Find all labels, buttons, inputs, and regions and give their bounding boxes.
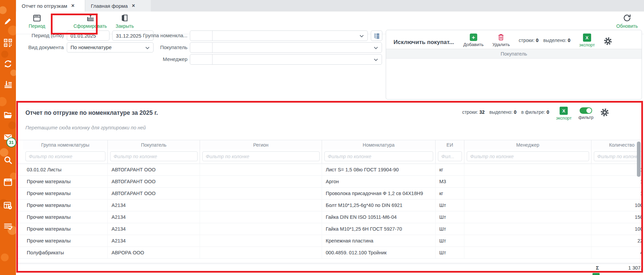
add-button[interactable]: + Добавить <box>463 34 484 47</box>
table-row[interactable]: Прочие материалыАВТОГАРАНТ ОООПроволока … <box>18 187 641 199</box>
vertical-scrollbar[interactable] <box>637 142 641 177</box>
table-row[interactable]: Прочие материалыА2134Болт М10*1,25-6g*40… <box>18 199 641 211</box>
table-row[interactable]: Прочие материалыАВТОГАРАНТ ОООАргонМ31.0 <box>18 175 641 188</box>
report-title: Отчет по отгрузке по номенклатуре за 202… <box>25 109 158 117</box>
cell-buyer: АВТОГАРАНТ ООО <box>108 164 200 175</box>
column-header-unit[interactable]: ЕИ <box>436 140 464 149</box>
pencil-icon[interactable] <box>3 17 13 26</box>
table-row[interactable]: 03.01.02 ЛистыАВТОГАРАНТ ОООЛист S= 1,5 … <box>18 164 641 176</box>
lookup-divider <box>212 43 213 52</box>
cell-region <box>200 175 322 187</box>
column-filter-input-unit[interactable] <box>438 151 462 161</box>
filter-cell <box>436 149 464 164</box>
column-header-group[interactable]: Группа номенклатуры <box>23 140 108 149</box>
schedule-table-icon[interactable] <box>3 201 13 210</box>
filter-toggle[interactable]: фильтр <box>579 107 593 120</box>
cell-unit: Шт <box>436 223 464 235</box>
column-header-buyer[interactable]: Покупатель <box>108 140 200 149</box>
period-range-label: Период (с/по) <box>13 30 64 41</box>
column-header-manager[interactable]: Менеджер <box>464 140 591 149</box>
filter-cell <box>322 149 436 164</box>
chevron-down-icon <box>374 59 378 61</box>
column-filter-input-group[interactable] <box>25 151 105 161</box>
table-row[interactable]: ПолуфабрикатыАВРОРА ООО000.4859. 012.100… <box>18 247 641 259</box>
table-row[interactable]: Прочие материалыА2134Крепежная пластинаШ… <box>18 235 641 247</box>
cell-buyer: А2134 <box>108 211 200 223</box>
calendar-icon[interactable] <box>3 177 13 187</box>
gear-icon <box>604 37 612 45</box>
refresh-icon <box>623 14 631 22</box>
cell-unit: Шт <box>436 235 464 247</box>
cell-unit: кг <box>436 187 464 199</box>
close-form-button[interactable]: Закрыть <box>114 14 136 29</box>
settings-button[interactable] <box>604 37 612 47</box>
group-by-hint: Перетащите сюда колонку для группировки … <box>25 125 146 130</box>
close-form-button-label: Закрыть <box>116 23 134 29</box>
close-icon[interactable]: × <box>132 3 135 8</box>
table-row[interactable]: Прочие материалыА2134Гайка М10*1,25 6Н Г… <box>18 223 641 235</box>
buyer-lookup-field[interactable] <box>190 42 382 53</box>
close-icon[interactable]: × <box>71 3 74 8</box>
column-filter-input-nomenclature[interactable] <box>324 151 433 161</box>
app-root: 31 <box>0 0 644 275</box>
column-filter-input-region[interactable] <box>202 151 320 161</box>
cell-group: 03.01.02 Листы <box>23 164 108 175</box>
cell-manager <box>464 247 591 258</box>
export-button[interactable]: X экспорт <box>556 107 571 121</box>
tab-main-form[interactable]: Главная форма × <box>85 0 151 12</box>
footer-sum-icon-partial <box>592 273 600 275</box>
cell-buyer: А2134 <box>108 199 200 211</box>
column-header-qty[interactable]: Количество <box>591 140 641 149</box>
column-filter-input-qty[interactable] <box>594 151 641 161</box>
exclude-buyers-panel: Исключить покупат... + Добавить Удалить … <box>386 30 642 100</box>
cell-manager <box>464 175 591 187</box>
filter-cell <box>464 149 591 164</box>
tab-report[interactable]: Отчет по отгрузкам × <box>16 0 85 12</box>
delete-button-label: Удалить <box>492 42 510 47</box>
group-lookup-field[interactable] <box>190 30 368 41</box>
period-button-label: Период <box>28 23 45 29</box>
cell-manager <box>464 235 591 247</box>
settings-button[interactable] <box>600 108 609 118</box>
cell-nomenclature: Болт М10*1,25-6g*40 по DIN 6921 <box>322 199 436 211</box>
cell-nomenclature: Лист S= 1,5 08ю ГОСТ 19904-90 <box>322 164 436 175</box>
cell-nomenclature: Аргон <box>322 175 436 187</box>
sync-icon[interactable] <box>3 59 13 68</box>
checklist-icon[interactable] <box>3 222 13 231</box>
cell-region <box>200 223 322 235</box>
manager-lookup-field[interactable] <box>190 54 382 65</box>
rows-count: строки: 32 <box>462 109 484 115</box>
column-filter-input-manager[interactable] <box>467 151 589 161</box>
refresh-button[interactable]: Обновить <box>612 14 642 29</box>
cell-nomenclature: 000.4859. 012.100 Тройник <box>322 247 436 258</box>
export-button[interactable]: X экспорт <box>579 34 595 47</box>
qr-code-icon[interactable] <box>3 38 13 47</box>
filter-toggle-label: фильтр <box>579 115 593 120</box>
tab-bar: Отчет по отгрузкам × Главная форма × <box>16 0 644 12</box>
column-header-region[interactable]: Регион <box>200 140 322 149</box>
cell-region <box>200 235 322 247</box>
date-from-input[interactable] <box>67 30 109 41</box>
folder-open-icon[interactable] <box>3 111 13 120</box>
print-queue-icon[interactable] <box>3 80 13 89</box>
cell-qty: 100.0 <box>591 199 641 211</box>
search-icon[interactable] <box>3 155 13 165</box>
cell-region <box>200 247 322 258</box>
export-button-label: экспорт <box>579 42 595 47</box>
cell-nomenclature: Крепежная пластина <box>322 235 436 247</box>
delete-button[interactable]: Удалить <box>492 34 510 47</box>
exclude-panel-column-header[interactable]: Покупатель <box>386 49 642 59</box>
column-filter-input-buyer[interactable] <box>110 151 198 161</box>
door-icon <box>120 14 129 22</box>
period-button[interactable]: Период <box>27 14 47 29</box>
generate-button[interactable]: Сформировать <box>72 14 109 29</box>
rows-count: строки: 0 <box>519 38 539 43</box>
cell-buyer: АВТОГАРАНТ ООО <box>108 175 200 187</box>
add-button-label: Добавить <box>463 42 484 47</box>
cell-group: Прочие материалы <box>23 187 108 199</box>
filtered-count: в фильтре: 0 <box>521 109 549 115</box>
group-tree-button[interactable] <box>371 30 382 41</box>
column-header-nomenclature[interactable]: Номенклатура <box>322 140 436 149</box>
export-button-label: экспорт <box>556 115 571 121</box>
table-row[interactable]: Прочие материалыА2134Гайка DIN EN ISO 10… <box>18 211 641 223</box>
